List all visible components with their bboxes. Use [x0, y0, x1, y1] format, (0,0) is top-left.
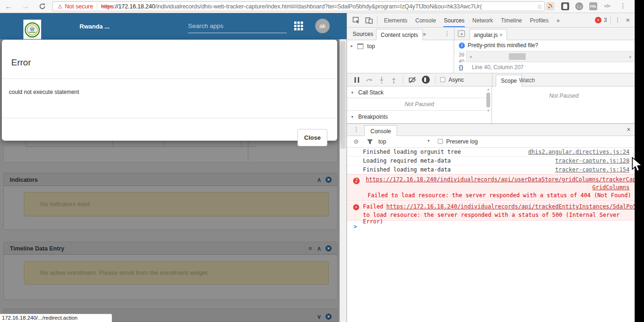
pause-script-icon[interactable] — [355, 77, 359, 83]
rwanda-logo[interactable] — [23, 20, 41, 40]
search-apps-input[interactable] — [188, 20, 286, 32]
page-scrollbar-thumb[interactable] — [340, 41, 346, 149]
back-icon[interactable]: ← — [5, 0, 13, 13]
h-scrollbar-thumb[interactable] — [509, 53, 526, 60]
async-checkbox[interactable] — [440, 77, 445, 82]
devtools-menu-icon[interactable]: ⋮ — [615, 16, 621, 23]
error-url-link[interactable]: https://172.16.18.240/individualrecords/… — [366, 176, 644, 183]
error-icon: × — [353, 204, 359, 210]
source-link[interactable]: dhis2.angular.directives.js:24 — [528, 149, 630, 155]
rss-extension-icon[interactable] — [546, 2, 554, 10]
tab-scope[interactable]: Scope — [496, 75, 522, 86]
error-url-link[interactable]: GridColumns — [593, 184, 630, 191]
dark-extension-icon[interactable] — [561, 2, 569, 10]
tab-elements[interactable]: Elements — [384, 14, 408, 27]
filter-icon[interactable] — [367, 139, 373, 145]
expand-icon[interactable]: ∨ — [317, 313, 321, 320]
tab-network[interactable]: Network — [472, 14, 493, 27]
inspect-element-icon[interactable] — [353, 17, 360, 24]
close-button[interactable]: Close — [297, 129, 327, 146]
forward-icon[interactable]: → — [22, 0, 29, 13]
json-viewer-extension-icon[interactable]: {..} — [575, 2, 583, 10]
xml-extension-icon[interactable]: XML — [589, 2, 597, 10]
expand-tri-icon[interactable]: ▸ — [351, 43, 353, 48]
pause-on-exceptions-icon[interactable] — [422, 76, 430, 84]
scroll-up-icon[interactable]: ▴ — [486, 87, 491, 91]
close-widget-icon[interactable]: × — [326, 177, 332, 183]
not-secure-label[interactable]: Not secure — [65, 3, 93, 10]
file-tab-close-icon[interactable]: × — [499, 32, 503, 38]
widget-menu-icon[interactable]: ≡ — [308, 245, 312, 252]
device-toolbar-icon[interactable] — [365, 17, 373, 24]
modal-divider — [2, 118, 337, 118]
hide-navigator-icon[interactable]: ◂ — [458, 30, 465, 37]
nav-more-icon[interactable]: » — [423, 31, 426, 37]
scroll-left-icon[interactable]: ◂ — [470, 55, 471, 59]
reload-icon[interactable] — [38, 2, 46, 10]
preserve-log-checkbox[interactable] — [438, 139, 443, 144]
tab-sources[interactable]: Sources — [443, 14, 465, 27]
context-dropdown-icon[interactable]: ▾ — [427, 138, 430, 143]
error-badge-icon[interactable]: × — [595, 17, 601, 23]
indicators-widget-header[interactable]: Indicators ∧ × — [4, 173, 337, 186]
devtools-close-icon[interactable]: × — [626, 16, 630, 24]
async-label[interactable]: Async — [449, 77, 464, 83]
breakpoints-label: Breakpoints — [358, 114, 388, 120]
indicators-widget: Indicators ∧ × No indicators exist — [3, 173, 338, 230]
nav-menu-icon[interactable]: ⋮ — [444, 30, 450, 37]
link-status-bubble: 172.16.18.240/.../redirect.action — [0, 314, 112, 322]
clear-console-icon[interactable]: ⊘ — [354, 138, 359, 145]
app-header: Rwanda ... ak — [0, 13, 347, 39]
call-stack-status: Not Paused — [405, 101, 434, 107]
collapse-icon[interactable]: ∧ — [317, 245, 321, 252]
toolbar-divider — [610, 16, 611, 25]
sources-subtabs-row: Sources Content scripts » ⋮ ◂ angular.js… — [347, 28, 635, 40]
browser-menu-icon[interactable]: ⋮ — [620, 2, 626, 9]
tab-console[interactable]: Console — [415, 14, 436, 27]
console-close-icon[interactable]: × — [627, 126, 630, 133]
error-url-line1[interactable]: https://172.16.18.240/individualrecords/… — [366, 176, 630, 183]
close-widget-icon[interactable]: × — [326, 314, 332, 320]
step-out-icon[interactable] — [391, 77, 397, 84]
call-stack-section-header[interactable]: ▾ Call Stack — [347, 86, 492, 98]
console-menu-icon[interactable]: ⋮ — [354, 126, 359, 133]
breakpoints-section-header[interactable]: ▾ Breakpoints — [347, 110, 492, 122]
user-avatar[interactable]: ak — [315, 19, 330, 33]
preserve-log-label[interactable]: Preserve log — [446, 138, 478, 145]
code-extension-icon[interactable]: </> — [603, 2, 611, 10]
editor-h-scrollbar[interactable]: ◂ ▸ — [467, 51, 635, 62]
source-link[interactable]: tracker-capture.js:128 — [555, 157, 630, 164]
source-link[interactable]: tracker-capture.js:154 — [555, 166, 630, 173]
bookmark-star-icon[interactable]: ☆ — [536, 3, 543, 10]
error-url-line2[interactable]: GridColumns — [366, 184, 630, 191]
console-tab[interactable]: Console — [364, 125, 397, 136]
close-widget-icon[interactable]: × — [326, 245, 332, 251]
file-tab-angular-js[interactable]: angular.js × — [470, 29, 507, 40]
nav-tab-content-scripts[interactable]: Content scripts — [376, 29, 423, 40]
dimmed-panel-divider — [248, 139, 248, 161]
error-url-link[interactable]: https://172.16.18.240/individualrecords/… — [386, 203, 644, 210]
nav-tab-sources[interactable]: Sources — [353, 31, 373, 37]
frame-icon — [357, 43, 363, 49]
collapse-icon[interactable]: ∧ — [317, 176, 321, 183]
error-count[interactable]: 3 — [604, 17, 607, 23]
step-over-icon[interactable] — [366, 77, 373, 83]
apps-menu-icon[interactable] — [294, 21, 303, 30]
address-bar[interactable]: ⚠ Not secure https://172.16.18.240/indiv… — [52, 1, 545, 11]
tab-watch[interactable]: Watch — [519, 77, 535, 84]
deactivate-breakpoints-icon[interactable] — [408, 76, 417, 84]
tab-timeline[interactable]: Timeline — [500, 14, 522, 27]
scroll-right-icon[interactable]: ▸ — [630, 55, 631, 59]
timeline-widget-header[interactable]: Timeline Data Entry ≡ ∧ × — [4, 242, 337, 255]
prettyprint-braces-icon[interactable]: {} — [459, 64, 463, 71]
context-selector[interactable]: top — [378, 138, 386, 145]
url-text[interactable]: https://172.16.18.240/individualrecords/… — [101, 3, 535, 10]
console-prompt-chevron[interactable]: > — [354, 223, 357, 230]
frame-tree-item-top[interactable]: top — [367, 43, 375, 50]
sidebar-scrollbar-thumb[interactable] — [486, 93, 490, 107]
scroll-down-icon[interactable]: ▾ — [486, 109, 491, 113]
tab-profiles[interactable]: Profiles — [529, 14, 549, 27]
step-into-icon[interactable] — [379, 77, 384, 84]
more-tabs-icon[interactable]: » — [556, 14, 560, 27]
sidebar-scrollbar[interactable]: ▴ ▾ — [486, 87, 491, 122]
